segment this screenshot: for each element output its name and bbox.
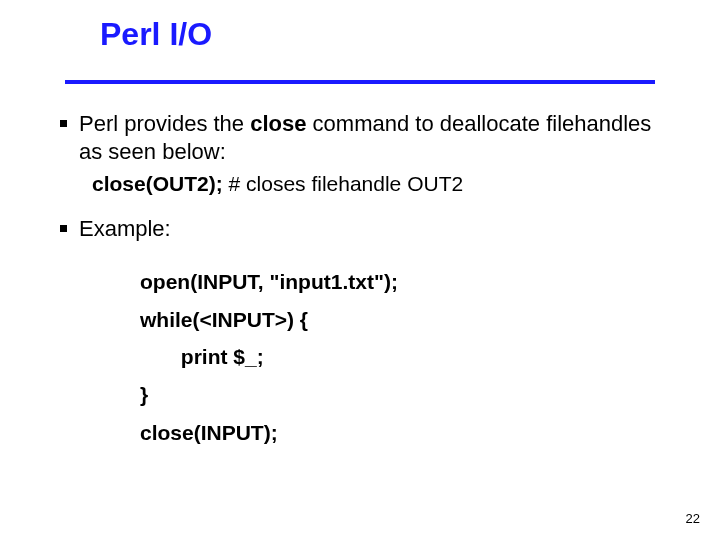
bullet-2: Example: — [60, 215, 670, 243]
page-number: 22 — [686, 511, 700, 526]
bullet-1-pre: Perl provides the — [79, 111, 250, 136]
bullet-1: Perl provides the close command to deall… — [60, 110, 670, 165]
bullet-2-text: Example: — [79, 215, 670, 243]
code-line-1: open(INPUT, "input1.txt"); — [140, 263, 670, 301]
bullet-1-sub-bold: close(OUT2); — [92, 172, 223, 195]
bullet-1-sub-rest: # closes filehandle OUT2 — [223, 172, 463, 195]
slide-body: Perl provides the close command to deall… — [60, 110, 670, 452]
title-underline — [65, 80, 655, 84]
code-line-4: } — [140, 376, 670, 414]
bullet-1-bold: close — [250, 111, 306, 136]
bullet-1-text: Perl provides the close command to deall… — [79, 110, 670, 165]
bullet-dot-icon — [60, 225, 67, 232]
slide-title: Perl I/O — [100, 16, 212, 53]
bullet-1-sub: close(OUT2); # closes filehandle OUT2 — [92, 171, 670, 197]
bullet-dot-icon — [60, 120, 67, 127]
slide: Perl I/O Perl provides the close command… — [0, 0, 720, 540]
code-line-2: while(<INPUT>) { — [140, 301, 670, 339]
code-line-3: print $_; — [140, 338, 670, 376]
code-block: open(INPUT, "input1.txt"); while(<INPUT>… — [140, 263, 670, 452]
code-line-5: close(INPUT); — [140, 414, 670, 452]
